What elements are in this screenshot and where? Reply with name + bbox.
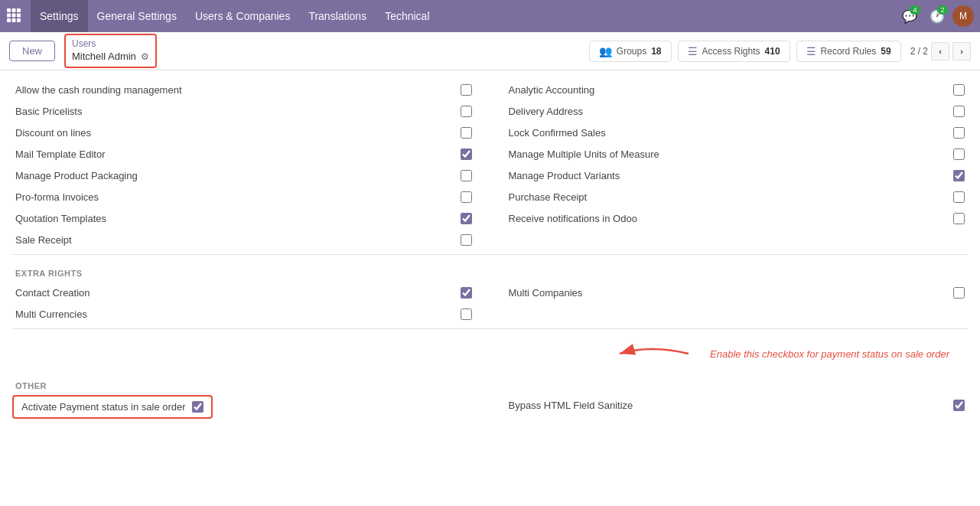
permission-checkbox[interactable] — [953, 106, 965, 117]
permission-label: Lock Confirmed Sales — [509, 127, 946, 139]
extra-rights-section-header: EXTRA RIGHTS — [12, 258, 968, 282]
permission-label: Delivery Address — [509, 106, 946, 117]
messages-icon-btn[interactable]: 💬 4 — [897, 4, 922, 28]
annotation-text: Enable this checkbox for payment status … — [710, 348, 949, 360]
permission-checkbox[interactable] — [953, 84, 965, 96]
permission-checkbox[interactable] — [461, 149, 472, 160]
svg-rect-6 — [7, 18, 11, 22]
list-item: Multi Companies — [506, 282, 969, 304]
permission-label: Sale Receipt — [15, 234, 453, 246]
permission-label: Manage Product Variants — [509, 170, 946, 181]
list-item: Manage Product Packaging — [12, 165, 475, 187]
permission-checkbox[interactable] — [461, 84, 472, 96]
permission-label: Manage Product Packaging — [15, 170, 453, 181]
other-grid: Activate Payment status in sale order By… — [12, 395, 968, 419]
permission-checkbox[interactable] — [953, 400, 965, 411]
permission-checkbox[interactable] — [461, 170, 472, 181]
svg-rect-0 — [7, 8, 11, 12]
nav-settings[interactable]: Settings — [31, 0, 88, 32]
list-item: Delivery Address — [506, 101, 969, 122]
permission-label: Multi Companies — [509, 287, 946, 299]
permission-checkbox[interactable] — [953, 191, 965, 203]
permission-checkbox[interactable] — [953, 213, 965, 224]
svg-rect-5 — [17, 13, 21, 17]
top-navigation: Settings General Settings Users & Compan… — [0, 0, 980, 32]
svg-rect-3 — [7, 13, 11, 17]
permission-checkbox[interactable] — [953, 170, 965, 181]
permission-label: Purchase Receipt — [509, 191, 946, 203]
list-item: Discount on lines — [12, 122, 475, 144]
new-button[interactable]: New — [9, 41, 55, 61]
permission-label: Discount on lines — [15, 127, 453, 139]
user-avatar[interactable]: M — [952, 5, 974, 27]
gear-icon[interactable]: ⚙ — [141, 51, 149, 64]
breadcrumb-parent[interactable]: Users — [72, 38, 149, 51]
list-item: Multi Currencies — [12, 304, 475, 325]
nav-translations[interactable]: Translations — [299, 0, 376, 32]
permission-label: Contact Creation — [15, 287, 453, 299]
permission-checkbox[interactable] — [461, 234, 472, 246]
list-item: Manage Multiple Units of Measure — [506, 144, 969, 165]
permission-label: Analytic Accounting — [509, 84, 946, 96]
list-item: Purchase Receipt — [506, 187, 969, 208]
nav-general-settings[interactable]: General Settings — [88, 0, 186, 32]
sub-header: New Users Mitchell Admin ⚙ 👥 Groups 18 ☰… — [0, 32, 980, 70]
list-item: Receive notifications in Odoo — [506, 208, 969, 230]
list-item: Allow the cash rounding management — [12, 80, 475, 101]
permission-checkbox[interactable] — [953, 149, 965, 160]
section-divider — [12, 254, 968, 255]
extra-rights-left-col: Contact Creation Multi Currencies — [12, 282, 490, 325]
permission-checkbox[interactable] — [461, 127, 472, 139]
groups-count: 18 — [651, 46, 661, 57]
permission-label: Manage Multiple Units of Measure — [509, 149, 946, 160]
permissions-grid: Allow the cash rounding management Basic… — [12, 80, 968, 251]
permission-label: Activate Payment status in sale order — [21, 401, 186, 413]
permission-checkbox[interactable] — [953, 287, 965, 299]
permission-checkbox[interactable] — [461, 287, 472, 299]
list-item: Basic Pricelists — [12, 101, 475, 122]
nav-technical[interactable]: Technical — [376, 0, 438, 32]
section-divider-2 — [12, 328, 968, 329]
list-item: Manage Product Variants — [506, 165, 969, 187]
apps-icon[interactable] — [6, 8, 21, 25]
permission-label: Quotation Templates — [15, 213, 453, 224]
access-rights-count: 410 — [765, 46, 780, 57]
svg-rect-8 — [17, 18, 21, 22]
pagination: 2 / 2 ‹ › — [910, 42, 971, 60]
other-left-col: Activate Payment status in sale order — [12, 395, 490, 419]
permissions-left-col: Allow the cash rounding management Basic… — [12, 80, 490, 251]
breadcrumb-box: Users Mitchell Admin ⚙ — [64, 34, 157, 67]
list-item: Pro-forma Invoices — [12, 187, 475, 208]
activate-payment-checkbox[interactable] — [192, 401, 203, 413]
groups-label: Groups — [617, 46, 646, 57]
activities-icon-btn[interactable]: 🕐 2 — [925, 4, 949, 28]
access-rights-button[interactable]: ☰ Access Rights 410 — [678, 41, 790, 62]
list-item: Lock Confirmed Sales — [506, 122, 969, 144]
next-page-button[interactable]: › — [952, 42, 971, 60]
permission-checkbox[interactable] — [953, 127, 965, 139]
main-content: Allow the cash rounding management Basic… — [0, 70, 980, 506]
messages-badge: 4 — [910, 5, 920, 15]
list-item: Mail Template Editor — [12, 144, 475, 165]
extra-rights-grid: Contact Creation Multi Currencies Multi … — [12, 282, 968, 325]
access-rights-icon: ☰ — [688, 45, 698, 57]
record-rules-button[interactable]: ☰ Record Rules 59 — [796, 41, 901, 62]
prev-page-button[interactable]: ‹ — [931, 42, 949, 60]
permission-checkbox[interactable] — [461, 308, 472, 320]
action-buttons: 👥 Groups 18 ☰ Access Rights 410 ☰ Record… — [589, 41, 901, 62]
svg-rect-2 — [17, 8, 21, 12]
permission-checkbox[interactable] — [461, 106, 472, 117]
permission-checkbox[interactable] — [461, 213, 472, 224]
permission-label: Bypass HTML Field Sanitize — [509, 400, 946, 411]
annotation-arrow — [612, 340, 704, 367]
permissions-right-col: Analytic Accounting Delivery Address Loc… — [490, 80, 969, 251]
list-item: Quotation Templates — [12, 208, 475, 230]
list-item: Analytic Accounting — [506, 80, 969, 101]
permission-label: Receive notifications in Odoo — [509, 213, 946, 224]
groups-button[interactable]: 👥 Groups 18 — [589, 41, 672, 62]
svg-rect-1 — [12, 8, 16, 12]
nav-users-companies[interactable]: Users & Companies — [186, 0, 300, 32]
pagination-text: 2 / 2 — [910, 46, 928, 57]
permission-checkbox[interactable] — [461, 191, 472, 203]
record-rules-icon: ☰ — [806, 45, 816, 57]
